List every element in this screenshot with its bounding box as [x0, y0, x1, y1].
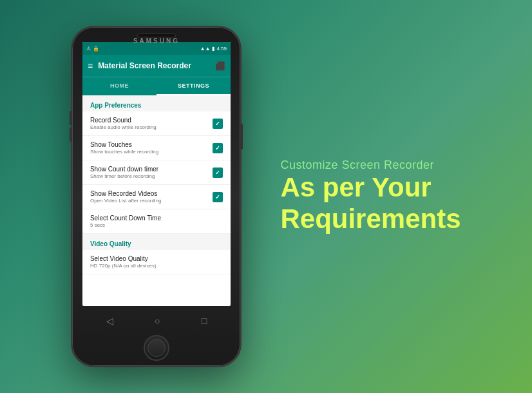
setting-countdown-timer-text: Show Count down timer Show timer before …	[90, 166, 213, 179]
setting-record-sound-subtitle: Enable audio while recording	[90, 124, 213, 130]
setting-video-quality-title: Select Video Quality	[90, 255, 223, 262]
settings-content: App Preferences Record Sound Enable audi…	[82, 95, 231, 274]
section-header-app-prefs: App Preferences	[82, 95, 231, 111]
setting-record-sound[interactable]: Record Sound Enable audio while recordin…	[82, 111, 231, 136]
checkbox-countdown-timer[interactable]	[213, 168, 223, 178]
save-icon[interactable]: ⬛	[215, 61, 225, 71]
status-left: ⚠ 🔒	[86, 46, 99, 52]
brand-label: SAMSUNG	[133, 37, 180, 44]
power-button	[240, 124, 243, 149]
volume-buttons	[70, 111, 72, 142]
promo-area: Customize Screen Recorder As per Your Re…	[280, 158, 461, 235]
setting-show-touches-subtitle: Show touches while recording	[90, 149, 213, 155]
checkbox-show-recorded-videos[interactable]	[213, 192, 223, 202]
setting-show-recorded-videos-subtitle: Open Video List after recording	[90, 198, 213, 204]
home-button-inner	[147, 339, 166, 357]
tab-bar: HOME SETTINGS	[82, 77, 231, 95]
setting-video-quality-text: Select Video Quality HD 720p (N/A on all…	[90, 255, 223, 269]
phone-screen: ⚠ 🔒 ▲▲ ▮ 4:59 ≡ Material Screen Recorder…	[82, 42, 231, 306]
setting-show-touches-text: Show Touches Show touches while recordin…	[90, 141, 213, 155]
section-header-video-quality: Video Quality	[82, 234, 231, 250]
warning-icon: ⚠	[86, 46, 91, 52]
setting-show-touches[interactable]: Show Touches Show touches while recordin…	[82, 136, 231, 160]
setting-count-down-time-text: Select Count Down Time 5 secs	[90, 215, 223, 228]
back-icon[interactable]: ◁	[106, 316, 113, 326]
setting-record-sound-text: Record Sound Enable audio while recordin…	[90, 117, 213, 130]
promo-subtitle: Customize Screen Recorder	[280, 158, 434, 172]
setting-countdown-timer[interactable]: Show Count down timer Show timer before …	[82, 160, 231, 185]
setting-video-quality-subtitle: HD 720p (N/A on all devices)	[90, 263, 223, 269]
battery-icon: ▮	[212, 46, 214, 52]
lock-icon: 🔒	[93, 46, 99, 52]
setting-show-recorded-videos-title: Show Recorded Videos	[90, 190, 213, 197]
promo-main-text: As per Your Requirements	[280, 172, 461, 235]
volume-up-button	[70, 111, 72, 125]
soft-nav-bar: ◁ ○ □	[72, 312, 240, 330]
phone-mockup: SAMSUNG ⚠ 🔒 ▲▲ ▮ 4:59 ≡ Material Screen …	[71, 26, 242, 367]
setting-show-recorded-videos[interactable]: Show Recorded Videos Open Video List aft…	[82, 185, 231, 209]
recent-icon[interactable]: □	[202, 316, 207, 326]
setting-show-recorded-videos-text: Show Recorded Videos Open Video List aft…	[90, 190, 213, 204]
home-icon[interactable]: ○	[155, 316, 160, 326]
signal-icon: ▲▲	[200, 46, 211, 52]
page-container: SAMSUNG ⚠ 🔒 ▲▲ ▮ 4:59 ≡ Material Screen …	[0, 0, 532, 393]
hamburger-icon[interactable]: ≡	[88, 61, 93, 70]
checkbox-record-sound[interactable]	[213, 119, 223, 129]
phone-top: SAMSUNG	[72, 27, 240, 41]
app-bar: ≡ Material Screen Recorder ⬛	[82, 55, 231, 77]
setting-countdown-timer-subtitle: Show timer before recording	[90, 173, 213, 179]
promo-line2: Requirements	[280, 204, 461, 234]
time-display: 4:59	[216, 46, 227, 52]
tab-home[interactable]: HOME	[82, 77, 157, 95]
setting-record-sound-title: Record Sound	[90, 117, 213, 124]
setting-video-quality[interactable]: Select Video Quality HD 720p (N/A on all…	[82, 250, 231, 274]
promo-line1: As per Your	[280, 172, 431, 202]
app-title: Material Screen Recorder	[98, 61, 210, 70]
setting-count-down-time-value: 5 secs	[90, 222, 223, 228]
setting-show-touches-title: Show Touches	[90, 141, 213, 148]
power-btn	[240, 124, 243, 149]
phone-bottom: ◁ ○ □	[72, 306, 240, 366]
setting-countdown-timer-title: Show Count down timer	[90, 166, 213, 173]
checkbox-show-touches[interactable]	[213, 143, 223, 153]
status-right: ▲▲ ▮ 4:59	[200, 46, 227, 52]
tab-settings[interactable]: SETTINGS	[157, 77, 231, 95]
volume-down-button	[70, 128, 72, 142]
setting-count-down-time[interactable]: Select Count Down Time 5 secs	[82, 209, 231, 234]
physical-home-button[interactable]	[144, 335, 169, 361]
setting-count-down-time-title: Select Count Down Time	[90, 215, 223, 222]
